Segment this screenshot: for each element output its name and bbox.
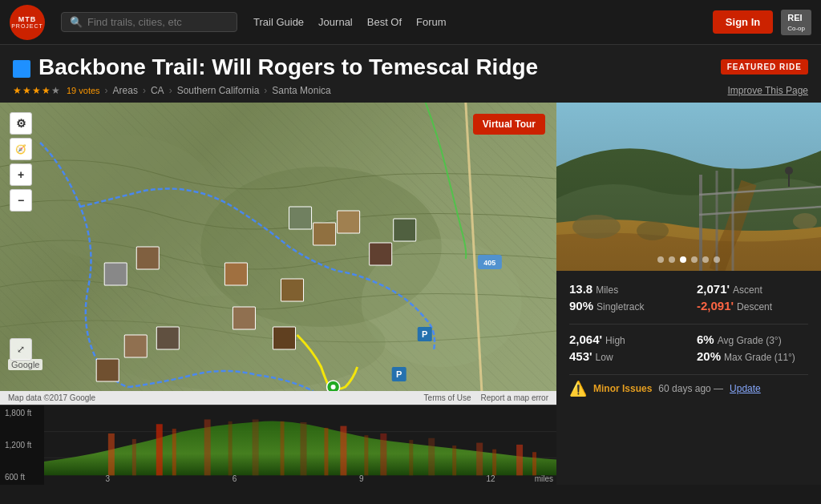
photo-dot-2[interactable]	[669, 256, 675, 263]
search-input[interactable]	[87, 16, 229, 28]
svg-rect-40	[132, 439, 136, 475]
map-compass-button[interactable]: 🧭	[10, 138, 32, 160]
map-footer: Map data ©2017 Google Terms of Use Repor…	[0, 391, 556, 405]
photo-background	[556, 103, 821, 271]
svg-rect-35	[340, 426, 346, 476]
rei-logo: REI Co-op	[781, 10, 811, 35]
stats-divider	[569, 324, 808, 325]
issues-row: ⚠️ Minor Issues 60 days ago — Update	[569, 374, 808, 397]
breadcrumb-ca[interactable]: CA	[151, 85, 164, 96]
nav-best-of[interactable]: Best Of	[367, 16, 402, 28]
header-right: Sign In REI Co-op	[713, 10, 811, 35]
svg-rect-41	[172, 429, 176, 475]
map-zoom-in-button[interactable]: +	[10, 163, 32, 186]
right-sidebar: 13.8 Miles 90% Singletrack 2,071' Ascent…	[556, 103, 821, 485]
map-expand-button[interactable]: ⤢	[10, 338, 32, 361]
issues-icon: ⚠️	[569, 380, 587, 397]
distance-value: 13.8	[569, 282, 592, 296]
photo-dot-4[interactable]	[691, 256, 698, 263]
svg-rect-21	[370, 243, 392, 265]
high-label: High	[605, 335, 625, 346]
logo-icon: MTB PROJECT	[10, 5, 45, 40]
photo-dots	[657, 256, 720, 263]
descent-value: -2,091'	[697, 299, 734, 312]
map-background: 405 P P	[0, 103, 556, 391]
photo-dot-1[interactable]	[657, 256, 664, 263]
signin-button[interactable]: Sign In	[713, 10, 773, 34]
search-bar[interactable]: 🔍	[61, 12, 237, 32]
report-link[interactable]: Report a map error	[481, 393, 548, 402]
svg-rect-31	[156, 424, 163, 475]
breadcrumb-areas[interactable]: Areas	[113, 85, 138, 96]
svg-point-60	[793, 213, 817, 229]
singletrack-value: 90%	[569, 299, 593, 312]
map-container[interactable]: 405 P P	[0, 103, 556, 391]
svg-rect-24	[96, 359, 119, 381]
map-zoom-out-button[interactable]: −	[10, 189, 32, 212]
svg-text:405: 405	[483, 259, 495, 267]
distance-unit: Miles	[596, 284, 618, 296]
improve-page-link[interactable]: Improve This Page	[728, 85, 809, 96]
google-logo: Google	[8, 359, 42, 370]
svg-rect-49	[532, 452, 536, 475]
svg-rect-33	[253, 419, 259, 475]
elevation-svg	[44, 405, 556, 485]
ascent-label: Ascent	[733, 284, 762, 296]
photo-dot-3[interactable]	[680, 256, 686, 263]
svg-point-56	[785, 167, 793, 175]
stat-elevation-change: 2,071' Ascent -2,091' Descent	[697, 282, 808, 312]
map-area: 405 P P	[0, 103, 556, 485]
miles-label: miles	[535, 474, 553, 483]
svg-rect-45	[364, 435, 368, 475]
svg-rect-20	[338, 211, 360, 233]
trail-svg: 405 P P	[0, 103, 556, 391]
trail-header: Backbone Trail: Will Rogers to Temescal …	[0, 45, 821, 103]
stat-high-low: 2,064' High 453' Low	[569, 333, 681, 363]
stats-container: 13.8 Miles 90% Singletrack 2,071' Ascent…	[556, 271, 821, 409]
photo-dot-5[interactable]	[702, 256, 709, 263]
map-gear-button[interactable]: ⚙	[10, 112, 32, 135]
issues-time-sep: 60 days ago —	[658, 383, 723, 394]
svg-rect-26	[156, 327, 179, 349]
terms-link[interactable]: Terms of Use	[424, 393, 471, 402]
svg-rect-61	[556, 103, 821, 271]
trail-title: Backbone Trail: Will Rogers to Temescal …	[38, 54, 538, 80]
nav-forum[interactable]: Forum	[416, 16, 447, 28]
svg-rect-38	[476, 443, 483, 476]
header: MTB PROJECT 🔍 Trail Guide Journal Best O…	[0, 0, 821, 45]
descent-label: Descent	[737, 301, 772, 312]
virtual-tour-button[interactable]: Virtual Tour	[473, 114, 545, 135]
svg-point-12	[331, 385, 336, 389]
update-link[interactable]: Update	[730, 383, 761, 394]
trail-title-row: Backbone Trail: Will Rogers to Temescal …	[13, 54, 808, 80]
svg-rect-23	[136, 247, 159, 269]
elev-label-1200: 1,200 ft	[5, 441, 39, 450]
svg-rect-48	[492, 450, 496, 476]
svg-point-58	[572, 215, 621, 239]
map-data-credit: Map data ©2017 Google	[8, 393, 95, 402]
svg-rect-42	[229, 421, 233, 476]
svg-rect-17	[273, 327, 295, 349]
avg-grade-label: Avg Grade (3°)	[718, 335, 782, 346]
svg-rect-46	[409, 440, 413, 475]
vote-count[interactable]: 19 votes	[67, 86, 100, 95]
svg-rect-44	[324, 428, 328, 475]
issues-time: 60 days ago	[658, 383, 710, 394]
breadcrumb-sep: ›	[105, 85, 108, 96]
svg-rect-39	[516, 445, 523, 475]
elevation-x-labels: 3 6 9 12	[44, 474, 556, 483]
nav-trail-guide[interactable]: Trail Guide	[253, 16, 304, 28]
nav-journal[interactable]: Journal	[318, 16, 353, 28]
difficulty-badge	[13, 60, 30, 78]
main-nav: Trail Guide Journal Best Of Forum	[253, 16, 713, 28]
ascent-value: 2,071'	[697, 282, 730, 296]
low-value: 453'	[569, 349, 592, 363]
high-value: 2,064'	[569, 333, 602, 346]
elev-label-600: 600 ft	[5, 473, 39, 482]
star-rating: ★★★★★	[13, 85, 60, 96]
issues-label: Minor Issues	[593, 383, 652, 394]
breadcrumb-santa-monica[interactable]: Santa Monica	[272, 85, 330, 96]
svg-rect-37	[428, 438, 435, 476]
photo-dot-6[interactable]	[714, 256, 720, 263]
breadcrumb-southern-california[interactable]: Southern California	[177, 85, 260, 96]
